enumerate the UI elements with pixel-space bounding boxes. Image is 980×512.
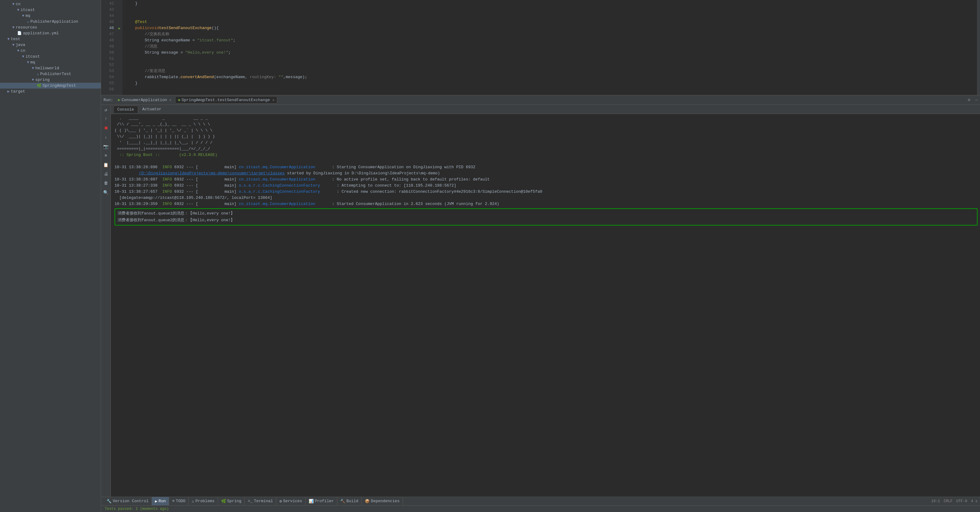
- gutter-54: [116, 74, 123, 80]
- console-tab-actuator[interactable]: Actuator: [139, 106, 165, 113]
- file-tree: ▼ cn ▼ itcast ▼ mq ☕ PublisherApplicatio…: [0, 0, 101, 512]
- tree-item-itcast[interactable]: ▼ itcast: [0, 54, 101, 59]
- gutter-46[interactable]: ▶: [116, 25, 123, 31]
- minimize-icon[interactable]: —: [975, 98, 978, 102]
- tree-item-itcast[interactable]: ▼ itcast: [0, 7, 101, 13]
- status-tab-terminal[interactable]: >_Terminal: [245, 497, 276, 506]
- log-pid: 6932: [174, 183, 184, 188]
- line-number-46: 46: [101, 25, 114, 31]
- log-thread: [ main]: [196, 189, 236, 194]
- gutter-45: [116, 19, 123, 25]
- tree-label: target: [11, 89, 25, 94]
- status-tab-label: Services: [283, 499, 302, 503]
- tree-label: java: [16, 43, 25, 47]
- log-class[interactable]: cn.itcast.mq.ConsumerApplication: [239, 165, 315, 169]
- print-button[interactable]: 🖨: [102, 171, 110, 178]
- line-number-42: 42: [101, 1, 114, 7]
- clipboard-button[interactable]: 📋: [102, 161, 110, 169]
- rerun-button[interactable]: ↺: [102, 106, 110, 113]
- code-line-45: @Test: [126, 19, 977, 25]
- tree-item-mq[interactable]: ▼ mq: [0, 59, 101, 65]
- tree-item-springamqptest[interactable]: 🌿 SpringAmqpTest: [0, 83, 101, 89]
- console-tab-console[interactable]: Console: [113, 106, 138, 113]
- stop-button[interactable]: ⏹: [102, 124, 110, 132]
- settings-icon[interactable]: ⚙: [968, 97, 970, 102]
- tree-item-publishertest[interactable]: ☕ PublisherTest: [0, 71, 101, 77]
- tree-item-target[interactable]: ▶ target: [0, 89, 101, 94]
- scrollbar-right[interactable]: [977, 0, 980, 95]
- run-tab-springamqptest.tests[interactable]: ◆SpringAmqpTest.testSendFanoutExchange✕: [175, 96, 277, 104]
- list-button[interactable]: ≡: [102, 152, 110, 160]
- code-line-47: //交换机名称: [126, 31, 977, 37]
- status-tab-todo[interactable]: ≡TODO: [169, 497, 189, 506]
- log-class[interactable]: o.s.a.r.c.CachingConnectionFactory: [239, 189, 320, 194]
- code-line-56: [126, 86, 977, 93]
- indent-size[interactable]: 4 s: [971, 499, 978, 503]
- editor-content: 424344454647484950515253545556 ▶ } @Test…: [101, 0, 977, 95]
- status-tab-icon: ≡: [172, 499, 175, 503]
- test-result-bar: Tests passed: 1 (moments ago): [101, 505, 980, 512]
- status-tab-dependencies[interactable]: 📦Dependencies: [362, 497, 403, 506]
- log-sep: ---: [186, 183, 193, 188]
- gutter-51: [116, 56, 123, 62]
- line-number-45: 45: [101, 19, 114, 25]
- tree-item-mq[interactable]: ▼ mq: [0, 13, 101, 19]
- screenshot-button[interactable]: 📷: [102, 143, 110, 150]
- tree-item-resources[interactable]: ▼ resources: [0, 24, 101, 30]
- gutter-42: [116, 1, 123, 7]
- log-timestamp: 10-31 13:38:27:338: [115, 183, 158, 188]
- log-class[interactable]: cn.itcast.mq.ConsumerApplication: [239, 177, 315, 182]
- line-number-44: 44: [101, 13, 114, 19]
- tree-item-test[interactable]: ▼ test: [0, 36, 101, 42]
- status-tab-services[interactable]: ⚙Services: [276, 497, 305, 506]
- code-plain: }: [126, 80, 137, 86]
- status-tab-spring[interactable]: 🌿Spring: [218, 497, 245, 506]
- cursor-position[interactable]: 18:1: [931, 499, 940, 503]
- line-number-56: 56: [101, 86, 114, 93]
- tree-label: itcast: [25, 54, 40, 59]
- log-line-1: (D:\DingJiaxiong\IdeaProjects\mq-demo\co…: [112, 171, 980, 177]
- console-panel: ConsoleActuator . ____ _ __ _ _ /\\ / __…: [111, 105, 980, 497]
- file-encoding[interactable]: UTF-8: [956, 499, 967, 503]
- ascii-art-line: /\\ / ___'_ __ _ _(_)_ __ __ _ \ \ \ \: [112, 121, 980, 128]
- tree-icon: ☕: [27, 19, 29, 24]
- log-thread: [ main]: [196, 202, 236, 206]
- console-content: . ____ _ __ _ _ /\\ / ___'_ __ _ _(_)_ _…: [111, 114, 980, 497]
- consumer-message-line: 消费者接收到fanout.queue2的消息：【Hello,every one!…: [118, 217, 975, 224]
- tree-item-helloworld[interactable]: ▼ helloworld: [0, 65, 101, 71]
- tree-icon: ▼: [27, 61, 29, 65]
- tree-item-cn[interactable]: ▼ cn: [0, 48, 101, 54]
- tree-item-publisherapplication[interactable]: ☕ PublisherApplication: [0, 19, 101, 24]
- line-separator[interactable]: CRLF: [944, 499, 953, 503]
- console-tabs: ConsoleActuator: [111, 105, 980, 114]
- close-tab-btn[interactable]: ✕: [272, 98, 274, 102]
- tree-icon: ▼: [12, 2, 14, 6]
- line-number-47: 47: [101, 31, 114, 37]
- tree-item-cn[interactable]: ▼ cn: [0, 1, 101, 7]
- status-tab-build[interactable]: 🔨Build: [337, 497, 362, 506]
- log-pid: 6932: [174, 177, 184, 182]
- log-link[interactable]: (D:\DingJiaxiong\IdeaProjects\mq-demo\co…: [139, 171, 285, 175]
- log-message: : No active profile set, falling back to…: [332, 177, 490, 182]
- run-tab-consumerapplication[interactable]: ▶ConsumerApplication✕: [115, 96, 174, 104]
- log-class[interactable]: cn.itcast.mq.ConsumerApplication: [239, 202, 315, 206]
- ascii-art-line: ' |____| .__|_| |_|_| |_\__, | / / / /: [112, 140, 980, 146]
- status-tab-version-control[interactable]: 🔧Version Control: [103, 497, 152, 506]
- search-button[interactable]: 🔍: [102, 189, 110, 196]
- spring-boot-label: :: Spring Boot :: (v2.3.9.RELEASE): [115, 153, 217, 157]
- tree-item-application.yml[interactable]: 📄 application.yml: [0, 30, 101, 36]
- up-button[interactable]: ↑: [102, 115, 110, 123]
- log-line-5: [delegate=amqp://itcast@118.195.240.188:…: [112, 195, 980, 201]
- run-tab-icon: ▶: [118, 97, 120, 102]
- status-tab-run[interactable]: ▶Run: [152, 497, 169, 506]
- log-level: INFO: [162, 177, 172, 182]
- tree-item-java[interactable]: ▼ java: [0, 42, 101, 48]
- close-tab-btn[interactable]: ✕: [169, 98, 172, 102]
- annotation: @Test: [126, 19, 147, 25]
- tree-item-spring[interactable]: ▼ spring: [0, 77, 101, 83]
- status-tab-profiler[interactable]: 📊Profiler: [305, 497, 337, 506]
- down-button[interactable]: ↓: [102, 134, 110, 141]
- trash-button[interactable]: 🗑: [102, 180, 110, 187]
- log-class[interactable]: o.s.a.r.c.CachingConnectionFactory: [239, 183, 320, 188]
- status-tab-problems[interactable]: ⚠Problems: [189, 497, 218, 506]
